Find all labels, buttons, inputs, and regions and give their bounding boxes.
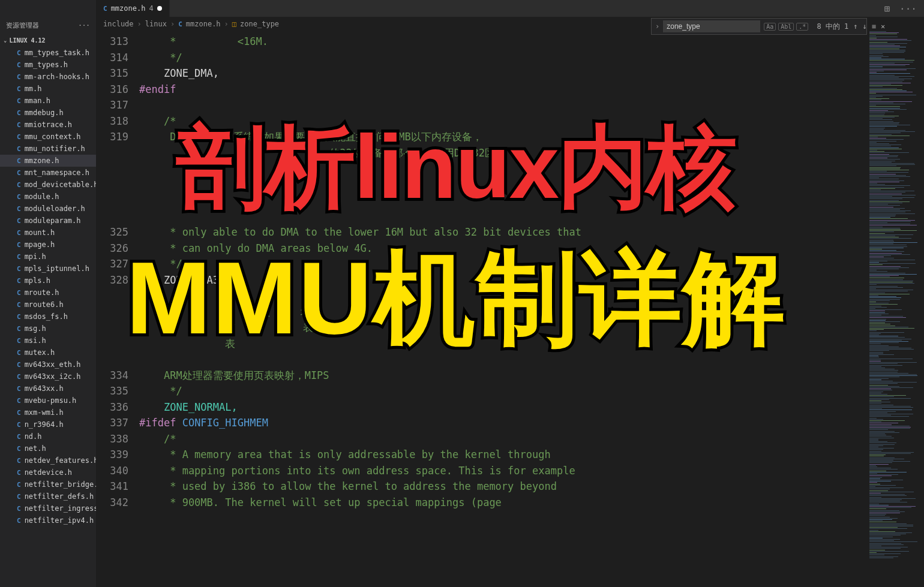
more-icon[interactable]: ··· — [899, 3, 917, 14]
c-file-icon: C — [17, 265, 21, 273]
chevron-right-icon: › — [137, 20, 142, 28]
file-item[interactable]: Cmmu_notifier.h — [0, 143, 96, 155]
find-selection-icon[interactable]: ≡ — [872, 22, 876, 31]
file-item[interactable]: Cmmzone.h — [0, 155, 96, 167]
tab-mmzone[interactable]: C mmzone.h 4 — [96, 0, 170, 17]
c-file-icon: C — [17, 121, 21, 129]
breadcrumb-file[interactable]: mmzone.h — [186, 20, 221, 28]
titlebar-actions: ⊞ ··· — [884, 3, 924, 14]
chevron-right-icon: › — [170, 20, 175, 28]
file-item[interactable]: Cmmu_context.h — [0, 131, 96, 143]
file-name: mm.h — [25, 85, 42, 93]
regex-icon[interactable]: .* — [796, 23, 808, 31]
c-file-icon: C — [17, 385, 21, 393]
file-item[interactable]: Cmpage.h — [0, 239, 96, 251]
file-item[interactable]: Cmpls.h — [0, 275, 96, 287]
file-item[interactable]: Cnet.h — [0, 442, 96, 454]
c-file-icon: C — [17, 397, 21, 405]
file-item[interactable]: Cmm_types_task.h — [0, 47, 96, 59]
file-name: mv643xx_eth.h — [25, 360, 81, 369]
file-item[interactable]: Cmsg.h — [0, 323, 96, 335]
file-item[interactable]: Cmv643xx_eth.h — [0, 359, 96, 371]
file-item[interactable]: Cmodule.h — [0, 191, 96, 203]
code-content[interactable]: * <16M. */ ZONE_DMA,#endif /* DMA32：64位系… — [139, 31, 867, 587]
file-name: mpi.h — [25, 252, 46, 261]
file-name: mm_types_task.h — [25, 49, 89, 57]
tab-modified-count: 4 — [149, 4, 153, 13]
match-word-icon[interactable]: Abl — [778, 23, 794, 31]
c-file-icon: C — [17, 457, 21, 465]
breadcrumb-symbol[interactable]: zone_type — [240, 20, 279, 28]
file-item[interactable]: Cn_r3964.h — [0, 419, 96, 431]
file-list[interactable]: Cmm_types_task.hCmm_types.hCmm-arch-hook… — [0, 47, 96, 587]
file-item[interactable]: Cmm.h — [0, 83, 96, 95]
file-item[interactable]: Cmm-arch-hooks.h — [0, 71, 96, 83]
file-item[interactable]: Cmvebu-pmsu.h — [0, 395, 96, 407]
sidebar: 资源管理器 ··· ⌄ LINUX 4.12 Cmm_types_task.hC… — [0, 17, 96, 587]
close-icon[interactable]: ✕ — [881, 22, 885, 31]
c-file-icon: C — [17, 289, 21, 297]
c-file-icon: C — [17, 97, 21, 105]
file-item[interactable]: Cmv643xx.h — [0, 383, 96, 395]
file-item[interactable]: Cmoduleparam.h — [0, 215, 96, 227]
file-item[interactable]: Cmm_types.h — [0, 59, 96, 71]
file-item[interactable]: Cmmdebug.h — [0, 107, 96, 119]
find-input[interactable] — [663, 20, 760, 32]
c-file-icon: C — [17, 193, 21, 201]
file-item[interactable]: Cmpls_iptunnel.h — [0, 263, 96, 275]
file-name: moduleparam.h — [25, 216, 81, 225]
find-prev-icon[interactable]: ↑ — [853, 22, 857, 31]
file-item[interactable]: Cmount.h — [0, 227, 96, 239]
symbol-icon: ◫ — [232, 20, 236, 28]
explorer-header: 资源管理器 ··· — [0, 17, 96, 34]
c-file-icon: C — [17, 373, 21, 381]
file-name: mroute6.h — [25, 300, 64, 309]
folder-header[interactable]: ⌄ LINUX 4.12 — [0, 34, 96, 47]
layout-icon[interactable]: ⊞ — [884, 3, 890, 14]
chevron-down-icon: ⌄ — [4, 37, 7, 43]
file-name: netfilter_defs.h — [25, 492, 94, 501]
file-item[interactable]: Cmv643xx_i2c.h — [0, 371, 96, 383]
file-item[interactable]: Cnetfilter_bridge.h — [0, 478, 96, 490]
file-item[interactable]: Cnetfilter_defs.h — [0, 490, 96, 502]
explorer-more-icon[interactable]: ··· — [78, 22, 90, 29]
find-next-icon[interactable]: ↓ — [863, 22, 867, 31]
file-name: mmiotrace.h — [25, 121, 72, 129]
tab-bar: C mmzone.h 4 — [0, 0, 170, 17]
c-file-icon: C — [17, 181, 21, 189]
file-name: module.h — [25, 192, 59, 201]
file-item[interactable]: Cmoduleloader.h — [0, 203, 96, 215]
c-file-icon: C — [17, 145, 21, 153]
file-item[interactable]: Cmpi.h — [0, 251, 96, 263]
file-name: mmu_notifier.h — [25, 145, 85, 153]
minimap[interactable] — [867, 31, 924, 587]
breadcrumb-include[interactable]: include — [103, 20, 134, 28]
c-file-icon: C — [17, 241, 21, 249]
file-item[interactable]: Cnetfilter_ingress.h — [0, 502, 96, 514]
file-item[interactable]: Cmnt_namespace.h — [0, 167, 96, 179]
file-name: mv643xx_i2c.h — [25, 372, 81, 381]
file-item[interactable]: Cnetdevice.h — [0, 466, 96, 478]
file-name: mpls.h — [25, 276, 50, 285]
c-file-icon: C — [17, 313, 21, 321]
file-item[interactable]: Cmsdos_fs.h — [0, 311, 96, 323]
file-item[interactable]: Cmutex.h — [0, 347, 96, 359]
file-item[interactable]: Cmxm-wmi.h — [0, 407, 96, 419]
file-item[interactable]: Cmman.h — [0, 95, 96, 107]
file-item[interactable]: Cnetfilter_ipv4.h — [0, 514, 96, 526]
file-item[interactable]: Cmod_devicetable.h — [0, 179, 96, 191]
breadcrumb-linux[interactable]: linux — [145, 20, 167, 28]
file-item[interactable]: Cmsi.h — [0, 335, 96, 347]
explorer-label: 资源管理器 — [6, 21, 39, 30]
file-item[interactable]: Cmroute6.h — [0, 299, 96, 311]
c-file-icon: C — [17, 109, 21, 117]
match-case-icon[interactable]: Aa — [764, 23, 776, 31]
file-item[interactable]: Cmroute.h — [0, 287, 96, 299]
editor-body[interactable]: 313314315316317318319 325326327328 33433… — [96, 31, 924, 587]
file-item[interactable]: Cnd.h — [0, 431, 96, 442]
chevron-right-icon[interactable]: › — [652, 22, 663, 31]
c-file-icon: C — [17, 481, 21, 489]
tab-dirty-icon[interactable] — [157, 6, 162, 11]
file-item[interactable]: Cmmiotrace.h — [0, 119, 96, 131]
file-item[interactable]: Cnetdev_features.h — [0, 454, 96, 466]
